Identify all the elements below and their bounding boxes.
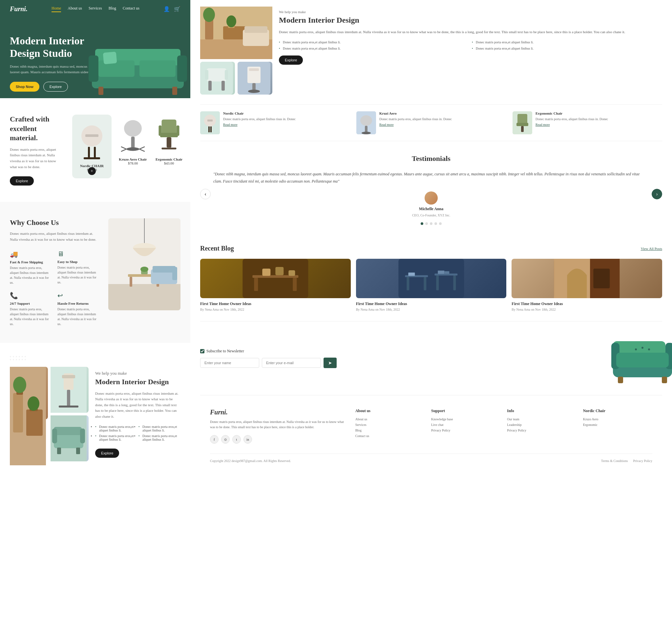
right-hero-bottom-images [200, 62, 272, 95]
footer-support-title: Support [431, 409, 500, 413]
instagram-icon[interactable]: ⊙ [221, 435, 230, 444]
newsletter-content: Subscribe to Newsletter ➤ [200, 349, 596, 368]
product-card-nordic-right: Nordic Chair Donec matris porta eros, al… [200, 111, 350, 134]
svg-rect-82 [208, 119, 213, 121]
right-hero-bullets: Donec matris porta eros,et aliquet finib… [279, 40, 662, 50]
footer-support-links: Knowledge base Live chat Privacy Policy [431, 417, 500, 432]
testimonial-next-button[interactable]: › [652, 189, 662, 199]
linkedin-icon[interactable]: in [244, 435, 252, 444]
newsletter-submit-button[interactable]: ➤ [323, 357, 337, 368]
cart-icon[interactable]: 🛒 [174, 6, 180, 12]
room-svg [108, 218, 180, 310]
kruzo-chair-thumb [356, 111, 376, 134]
svg-rect-118 [616, 353, 669, 368]
kruzo-thumb-svg [356, 111, 376, 134]
svg-rect-98 [275, 267, 283, 275]
kruzo-chair-svg [118, 116, 148, 152]
newsletter-checkbox[interactable] [200, 349, 205, 353]
right-hero-title: Modern Interior Design [279, 15, 662, 25]
svg-rect-11 [88, 147, 90, 158]
shop-now-button[interactable]: Shop Now [10, 82, 39, 92]
footer-link-contact[interactable]: Contact us [355, 434, 425, 438]
nav-about[interactable]: About us [68, 6, 82, 12]
testimonial-dot-1[interactable] [421, 222, 423, 225]
svg-rect-24 [176, 125, 179, 136]
svg-rect-107 [408, 273, 415, 276]
footer-link-livechat[interactable]: Live chat [431, 423, 500, 427]
twitter-icon[interactable]: t [232, 435, 241, 444]
ergonomic-read-more[interactable]: Read more [536, 123, 608, 126]
svg-point-79 [248, 90, 260, 93]
footer-link-kruzo[interactable]: Kruzo Aero [583, 417, 652, 421]
footer-link-kb[interactable]: Knowledge base [431, 417, 500, 421]
explore-button[interactable]: Explore [43, 82, 68, 92]
footer-link-ergonomic[interactable]: Ergonomic [583, 423, 652, 427]
footer-link-about[interactable]: About us [355, 417, 425, 421]
why-choose-section: Why Choose Us Donec matris porta eros, a… [0, 202, 190, 343]
logo: Furni. [10, 5, 27, 13]
newsletter-section: Subscribe to Newsletter ➤ [200, 321, 662, 395]
svg-rect-12 [94, 147, 96, 158]
svg-rect-103 [424, 277, 426, 290]
svg-rect-15 [131, 136, 135, 148]
footer-info-title: Info [507, 409, 576, 413]
svg-rect-72 [225, 70, 228, 80]
testimonial-dot-2[interactable] [425, 222, 428, 225]
nordic-add-button[interactable]: + [88, 167, 96, 175]
kruzo-read-more[interactable]: Read more [379, 123, 452, 126]
blog-image-3 [512, 259, 662, 298]
product-card-ergonomic-right: Ergonomic Chair Donec matris porta eros,… [513, 111, 662, 134]
view-all-posts[interactable]: View All Posts [641, 246, 662, 250]
testimonial-dot-3[interactable] [430, 222, 432, 225]
user-icon[interactable]: 👤 [163, 6, 170, 12]
svg-rect-97 [262, 269, 270, 276]
nav-services[interactable]: Services [89, 6, 102, 12]
footer-col-info: Info Our team Leadership Privacy Policy [507, 409, 576, 444]
facebook-icon[interactable]: f [210, 435, 219, 444]
nordic-read-more[interactable]: Read more [223, 123, 296, 126]
feature-support: 📞 24/7 Support Donec matris porta eros, … [10, 292, 51, 326]
nav-blog[interactable]: Blog [109, 6, 116, 12]
author-avatar [425, 191, 438, 205]
products-grid: Nordic CHAIR $50.00 + [72, 115, 184, 178]
terms-link[interactable]: Terms & Conditions [601, 459, 628, 463]
svg-rect-41 [13, 393, 23, 432]
svg-point-14 [124, 120, 142, 136]
footer-link-privacy2[interactable]: Privacy Policy [507, 428, 576, 432]
svg-rect-25 [167, 137, 171, 148]
nav-contact[interactable]: Contact us [123, 6, 139, 12]
feature-returns-title: Hassle Free Returns [57, 301, 99, 305]
testimonial-dot-4[interactable] [434, 222, 437, 225]
footer-link-privacy[interactable]: Privacy Policy [431, 428, 500, 432]
footer-link-team[interactable]: Our team [507, 417, 576, 421]
testimonial-prev-button[interactable]: ‹ [200, 189, 211, 199]
footer-products-title: Nordic Chair [583, 409, 652, 413]
footer-link-blog[interactable]: Blog [355, 428, 425, 432]
privacy-link[interactable]: Privacy Policy [633, 459, 652, 463]
nav-home[interactable]: Home [51, 6, 61, 12]
ergonomic-right-desc: Donec matris porta eros, aliquet finibus… [536, 117, 608, 121]
testimonial-dot-5[interactable] [439, 222, 442, 225]
right-hero-main-image [200, 7, 272, 59]
svg-rect-91 [517, 123, 528, 126]
right-hero-explore-button[interactable]: Explore [279, 56, 303, 65]
svg-rect-84 [210, 126, 212, 132]
nordic-chair-thumb [200, 111, 220, 134]
newsletter-email-input[interactable] [262, 358, 321, 368]
feature-shipping: 🚚 Fast & Free Shipping Donec matris port… [10, 250, 51, 285]
svg-rect-55 [52, 428, 57, 443]
footer-link-services[interactable]: Services [355, 423, 425, 427]
why-left-content: Why Choose Us Donec matris porta eros, a… [10, 218, 99, 326]
feature-returns-desc: Donec matris porta eros, aliquet finibus… [57, 307, 99, 326]
section2-sofa-svg [50, 415, 87, 461]
svg-point-63 [203, 8, 215, 22]
footer-about-links: About us Services Blog Contact us [355, 417, 425, 438]
footer-link-leadership[interactable]: Leadership [507, 423, 576, 427]
crafted-explore-button[interactable]: Explore [10, 176, 34, 186]
newsletter-name-input[interactable] [200, 358, 259, 368]
rh-bullet-2: Donec matris porta eros,et aliquet finib… [472, 40, 662, 44]
section2-explore-button[interactable]: Explore [95, 448, 119, 458]
svg-rect-3 [177, 56, 187, 82]
svg-rect-38 [153, 266, 175, 273]
svg-line-19 [121, 147, 126, 149]
